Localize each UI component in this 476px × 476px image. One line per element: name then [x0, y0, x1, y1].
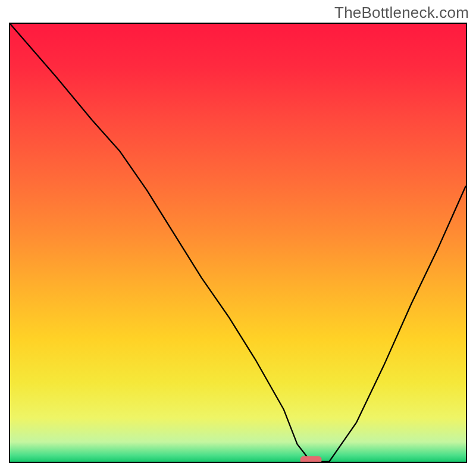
heatmap-background: [10, 24, 466, 462]
watermark-text: TheBottleneck.com: [334, 4, 469, 22]
chart-svg: [10, 24, 466, 462]
chart-container: TheBottleneck.com: [0, 0, 476, 476]
optimal-marker: [300, 456, 322, 462]
plot-area: [9, 23, 467, 463]
